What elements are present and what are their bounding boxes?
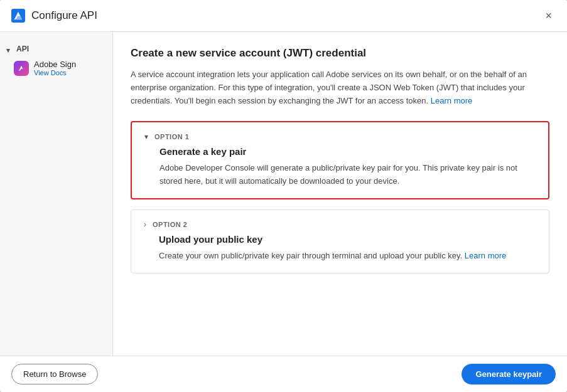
sidebar-item-adobe-sign[interactable]: Adobe Sign View Docs [0, 56, 112, 80]
close-button[interactable]: × [541, 9, 556, 23]
option-card-1[interactable]: ▾ OPTION 1 Generate a key pair Adobe Dev… [131, 121, 549, 199]
sidebar-section-api: API Adobe Sign View Docs [0, 42, 112, 80]
option1-label: OPTION 1 [154, 133, 189, 140]
main-description: A service account integration lets your … [131, 68, 549, 107]
option2-header: › OPTION 2 [144, 220, 536, 229]
option2-description-text: Create your own public/private key pair … [159, 251, 462, 260]
modal-title: Configure API [31, 9, 541, 22]
learn-more-link-main[interactable]: Learn more [431, 96, 472, 105]
main-content: Create a new service account (JWT) crede… [113, 32, 567, 356]
option2-label: OPTION 2 [153, 221, 187, 228]
configure-api-modal: Configure API × API [0, 0, 567, 392]
sidebar-section-label: API [16, 45, 29, 53]
option2-title: Upload your public key [159, 234, 536, 245]
sidebar-item-name: Adobe Sign [34, 60, 76, 69]
modal-body: API Adobe Sign View Docs [0, 32, 567, 356]
option2-chevron-icon[interactable]: › [144, 220, 146, 229]
modal-footer: Return to Browse Generate keypair [0, 356, 567, 392]
sidebar-item-content: Adobe Sign View Docs [34, 60, 76, 77]
option1-title: Generate a key pair [159, 146, 536, 157]
chevron-down-icon [6, 46, 13, 52]
option-card-2[interactable]: › OPTION 2 Upload your public key Create… [131, 209, 549, 273]
option1-header: ▾ OPTION 1 [144, 132, 536, 141]
generate-button-label: Generate keypair [475, 369, 542, 379]
modal-header: Configure API × [0, 0, 567, 32]
view-docs-link[interactable]: View Docs [34, 69, 76, 77]
main-heading: Create a new service account (JWT) crede… [131, 47, 549, 60]
adobe-sign-svg [17, 64, 26, 73]
option1-description: Adobe Developer Console will generate a … [159, 162, 536, 188]
option2-description: Create your own public/private key pair … [159, 250, 536, 263]
generate-keypair-button[interactable]: Generate keypair [462, 364, 556, 384]
learn-more-link-option2[interactable]: Learn more [465, 251, 506, 260]
sidebar-section-title[interactable]: API [0, 42, 112, 56]
adobe-logo-icon [11, 9, 25, 23]
return-to-browse-button[interactable]: Return to Browse [11, 364, 98, 384]
adobe-sign-icon [14, 61, 29, 76]
option1-chevron-icon[interactable]: ▾ [144, 132, 148, 141]
sidebar: API Adobe Sign View Docs [0, 32, 113, 356]
